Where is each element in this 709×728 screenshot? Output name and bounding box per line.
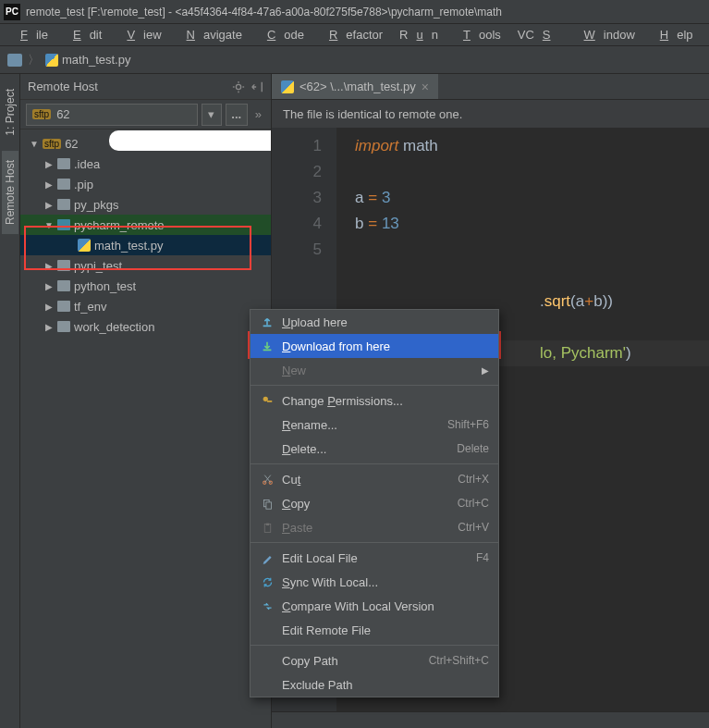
host-select[interactable]: sftp 62	[26, 104, 198, 126]
menu-code[interactable]: Code	[251, 25, 312, 44]
file-sync-notice: The file is identical to remote one.	[272, 100, 709, 128]
folder-icon	[57, 199, 70, 210]
permissions-icon	[260, 393, 275, 408]
folder-icon	[57, 301, 70, 312]
folder-icon	[57, 280, 70, 291]
menu-edit[interactable]: Edit	[56, 25, 110, 44]
context-cut[interactable]: Cut Ctrl+X	[251, 467, 498, 491]
copy-icon	[260, 496, 275, 511]
folder-icon	[57, 321, 70, 332]
menu-tools[interactable]: Tools	[446, 25, 509, 44]
title-bar: PC remote_test [F:\remote_test] - <a45f4…	[0, 0, 709, 24]
editor-tab-bar: <62> \...\math_test.py ×	[272, 74, 709, 100]
panel-toolbar: sftp 62 ▾ ... »	[20, 100, 271, 130]
context-new[interactable]: New ▶	[251, 358, 498, 382]
panel-more-icon[interactable]: »	[251, 107, 265, 121]
cut-icon	[260, 472, 275, 487]
tree-item-python-test[interactable]: ▶ python_test	[20, 276, 271, 296]
context-change-permissions[interactable]: Change Permissions...	[251, 389, 498, 413]
python-file-icon	[45, 54, 58, 67]
context-sync-with-local[interactable]: Sync With Local...	[251, 570, 498, 594]
chevron-right-icon: ▶	[482, 365, 489, 376]
svg-rect-5	[263, 326, 272, 327]
panel-title: Remote Host	[28, 80, 98, 93]
compare-icon	[260, 598, 275, 613]
context-download-from-here[interactable]: Download from here	[251, 334, 498, 358]
tree-item-pypi-test[interactable]: ▶ pypi_test	[20, 255, 271, 276]
folder-icon	[57, 158, 70, 169]
tree-item-idea[interactable]: ▶ .idea	[20, 154, 271, 174]
close-icon[interactable]: ×	[422, 80, 429, 94]
context-edit-local-file[interactable]: Edit Local File F4	[251, 546, 498, 570]
sftp-badge-icon: sftp	[32, 109, 51, 119]
context-edit-remote-file[interactable]: Edit Remote File	[251, 618, 498, 642]
chevron-right-icon: ▶	[44, 322, 54, 332]
upload-icon	[260, 315, 275, 329]
svg-rect-14	[265, 523, 268, 524]
menu-refactor[interactable]: Refactor	[312, 25, 391, 44]
menu-view[interactable]: View	[110, 25, 169, 44]
menu-navigate[interactable]: Navigate	[170, 25, 251, 44]
context-paste[interactable]: Paste Ctrl+V	[251, 515, 498, 539]
app-logo: PC	[4, 4, 20, 20]
svg-rect-12	[265, 501, 271, 508]
menu-separator	[251, 645, 498, 646]
context-menu: Upload here Download from here New ▶ Cha…	[250, 309, 499, 697]
chevron-right-icon: ▶	[44, 179, 54, 190]
editor-tab-math-test[interactable]: <62> \...\math_test.py ×	[272, 74, 438, 99]
tree-item-pycharm-remote[interactable]: ▼ pycharm_remote	[20, 215, 271, 235]
context-copy-path[interactable]: Copy Path Ctrl+Shift+C	[251, 648, 498, 672]
chevron-down-icon: ▼	[30, 139, 39, 149]
context-copy[interactable]: Copy Ctrl+C	[251, 491, 498, 515]
host-select-dropdown-icon[interactable]: ▾	[202, 104, 222, 126]
tree-item-pip[interactable]: ▶ .pip	[20, 174, 271, 194]
menu-bar: File Edit View Navigate Code Refactor Ru…	[0, 24, 709, 46]
tool-tab-project[interactable]: 1: Project	[2, 80, 18, 145]
edit-icon	[260, 550, 275, 565]
file-sync-notice-text: The file is identical to remote one.	[283, 107, 462, 121]
chevron-down-icon: ▼	[44, 220, 54, 230]
tree-root-label: 62	[65, 137, 78, 151]
sync-icon	[260, 574, 275, 589]
breadcrumb-file-label: math_test.py	[62, 53, 130, 67]
context-exclude-path[interactable]: Exclude Path	[251, 672, 498, 697]
menu-help[interactable]: Help	[643, 25, 702, 44]
remote-tree: ▼ sftp 62 ▶ .idea ▶ .pip ▶ py_pkgs ▼	[20, 130, 271, 728]
menu-separator	[251, 463, 498, 464]
redaction-box	[109, 130, 271, 151]
tool-tab-remote-host[interactable]: Remote Host	[2, 151, 18, 234]
context-upload-here[interactable]: Upload here	[251, 310, 498, 334]
host-ellipsis-button[interactable]: ...	[226, 104, 248, 126]
tree-item-py-pkgs[interactable]: ▶ py_pkgs	[20, 194, 271, 215]
paste-icon	[260, 520, 275, 535]
breadcrumb-file[interactable]: math_test.py	[45, 53, 130, 67]
menu-window[interactable]: Window	[568, 25, 643, 44]
menu-vcs[interactable]: VCS	[509, 25, 568, 44]
project-folder-icon[interactable]	[7, 54, 22, 67]
folder-icon	[57, 260, 70, 271]
tree-item-work-detection[interactable]: ▶ work_detection	[20, 316, 271, 337]
panel-header: Remote Host	[20, 74, 271, 100]
breadcrumb-separator-icon: 〉	[28, 52, 40, 68]
editor-tab-label: <62> \...\math_test.py	[299, 80, 416, 93]
window-title: remote_test [F:\remote_test] - <a45f4364…	[26, 6, 502, 19]
menu-separator	[251, 385, 498, 386]
tree-item-math-test-py[interactable]: math_test.py	[20, 235, 271, 255]
context-compare-with-local[interactable]: Compare With Local Version	[251, 594, 498, 618]
svg-point-0	[236, 84, 240, 89]
collapse-icon[interactable]	[251, 80, 263, 93]
menu-file[interactable]: File	[4, 25, 56, 44]
python-file-icon	[78, 239, 91, 252]
folder-icon	[57, 179, 70, 190]
context-rename[interactable]: Rename... Shift+F6	[251, 413, 498, 437]
folder-open-icon	[57, 219, 70, 230]
tree-item-tf-env[interactable]: ▶ tf_env	[20, 296, 271, 316]
svg-rect-6	[263, 350, 272, 352]
chevron-right-icon: ▶	[44, 200, 54, 210]
context-delete[interactable]: Delete... Delete	[251, 437, 498, 461]
gear-icon[interactable]	[232, 80, 245, 93]
host-select-value: 62	[56, 107, 69, 121]
breadcrumb: 〉 math_test.py	[0, 46, 709, 74]
menu-run[interactable]: Run	[391, 25, 446, 44]
editor-footer	[272, 711, 709, 728]
